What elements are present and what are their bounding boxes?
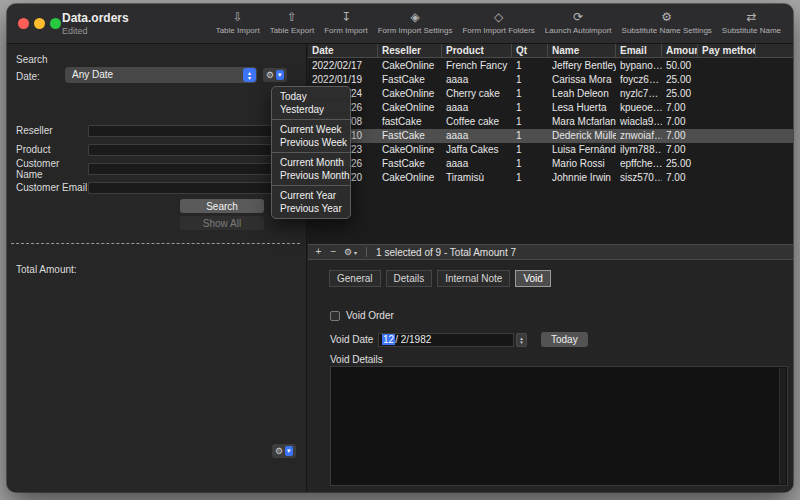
records-options-button[interactable]: ⚙ [344,247,352,257]
toolbar-item-label: Form Import [324,26,368,35]
table-cell: 50.00 [662,59,698,73]
table-row[interactable]: 2022/02/17CakeOnlineFrench Fancy1Jeffery… [308,59,793,73]
table-cell: 1 [512,87,548,101]
reseller-label: Reseller [16,125,88,136]
table-row[interactable]: 2022/01/24CakeOnlineCherry cake1Leah Del… [308,87,793,101]
date-options-button[interactable]: ⚙ ▾ [263,68,287,82]
show-all-button[interactable]: Show All [180,216,264,230]
column-header-reseller[interactable]: Reseller [378,44,442,57]
table-cell: 25.00 [662,87,698,101]
divider [366,247,367,257]
void-order-row: Void Order [330,310,394,321]
date-label: Date: [16,71,40,82]
toolbar-item-label: Form Import Settings [378,26,453,35]
minimize-button[interactable] [34,18,45,29]
table-row[interactable]: 2022/01/10FastCakeaaaa1Dederick Müllerzn… [308,129,793,143]
column-header-amount[interactable]: Amount [662,44,698,57]
table-cell: aaaa [442,73,512,87]
product-input[interactable] [88,144,293,156]
toolbar-item-table-import[interactable]: ⇩Table Import [216,10,260,35]
product-label: Product [16,144,88,155]
menu-item-today[interactable]: Today [272,90,350,103]
date-stepper[interactable]: ▴▾ [516,333,527,347]
customer-email-input[interactable] [88,182,293,194]
form-import-folders-icon: ◇ [494,10,503,24]
toolbar-item-label: Substitute Name [722,26,781,35]
void-date-input[interactable]: 12 / 2/1982 [378,333,514,347]
table-cell: 1 [512,73,548,87]
delete-record-button[interactable]: − [329,246,338,258]
zoom-button[interactable] [50,18,61,29]
table-cell: 7.00 [662,171,698,185]
tab-details[interactable]: Details [386,270,433,287]
menu-item-previous-week[interactable]: Previous Week [272,136,350,149]
toolbar-item-table-export[interactable]: ⇧Table Export [270,10,314,35]
today-button[interactable]: Today [541,332,588,347]
table-cell: CakeOnline [378,171,442,185]
app-window: Data.orders Edited ⇩Table Import⇧Table E… [7,4,793,492]
menu-item-previous-year[interactable]: Previous Year [272,202,350,215]
void-order-checkbox[interactable] [330,311,340,321]
table-row[interactable]: 2022/01/26CakeOnlineaaaa1Lesa Huertakpue… [308,101,793,115]
gear-icon: ⚙ [266,69,274,81]
menu-item-current-year[interactable]: Current Year [272,189,350,202]
date-select-value: Any Date [72,69,113,80]
toolbar-item-form-import-folders[interactable]: ◇Form Import Folders [462,10,534,35]
menu-item-previous-month[interactable]: Previous Month [272,169,350,182]
toolbar-item-form-import-settings[interactable]: ◈Form Import Settings [378,10,453,35]
table-row[interactable]: 2022/01/19FastCakeaaaa1Carissa Morafoycz… [308,73,793,87]
table-cell: nyzlc7… [616,87,662,101]
tab-internal-note[interactable]: Internal Note [437,270,510,287]
customer-name-label: Customer Name [16,158,88,180]
column-header-pay-method[interactable]: Pay method [698,44,756,57]
field-row-customer-name: Customer Name [16,162,293,175]
scrollbar[interactable] [779,368,786,484]
table-row[interactable]: 2022/01/08fastCakeCoffee cake1Mara Mcfar… [308,115,793,129]
table-cell: 25.00 [662,73,698,87]
table-cell: Cherry cake [442,87,512,101]
column-header-product[interactable]: Product [442,44,512,57]
menu-separator [272,152,350,153]
toolbar-item-launch-autoimport[interactable]: ⟳Launch Autoimport [545,10,612,35]
table-cell: Johnnie Irwin [548,171,616,185]
table-cell: 1 [512,171,548,185]
table-cell: Jeffery Bentley [548,59,616,73]
column-header-qt[interactable]: Qt [512,44,548,57]
table-row[interactable]: 2022/01/20CakeOnlineTiramisù1Johnnie Irw… [308,171,793,185]
toolbar-item-label: Table Import [216,26,260,35]
void-details-textarea[interactable] [330,366,788,486]
close-button[interactable] [18,18,29,29]
chevron-down-icon: ▾ [285,446,293,456]
menu-item-current-week[interactable]: Current Week [272,123,350,136]
toolbar-item-substitute-name-settings[interactable]: ⚙Substitute Name Settings [622,10,712,35]
title-wrap: Data.orders Edited [62,11,129,36]
date-select[interactable]: Any Date ▴▾ [65,67,257,83]
menu-item-yesterday[interactable]: Yesterday [272,103,350,116]
table-cell: Mara Mcfarland [548,115,616,129]
column-header-filler [756,44,793,57]
field-row-customer-email: Customer Email [16,181,293,194]
column-header-email[interactable]: Email [616,44,662,57]
tab-general[interactable]: General [329,270,381,287]
add-record-button[interactable]: + [314,246,323,258]
toolbar-item-form-import[interactable]: ↧Form Import [324,10,368,35]
table-row[interactable]: 2022/01/26FastCakeaaaa1Mario Rossiepffch… [308,157,793,171]
column-header-date[interactable]: Date [308,44,378,57]
tab-void[interactable]: Void [515,270,550,287]
customer-name-input[interactable] [88,163,293,175]
gear-icon: ⚙ [275,445,283,457]
table-header: DateResellerProductQtNameEmailAmountPay … [308,44,793,58]
table-cell: aaaa [442,129,512,143]
table-cell: Lesa Huerta [548,101,616,115]
table-cell: 1 [512,115,548,129]
toolbar-item-substitute-name[interactable]: ⇄Substitute Name [722,10,781,35]
column-header-name[interactable]: Name [548,44,616,57]
search-button[interactable]: Search [180,199,264,213]
window-title: Data.orders [62,11,129,25]
reseller-input[interactable] [88,125,293,137]
table-row[interactable]: 2022/01/23CakeOnlineJaffa Cakes1Luisa Fe… [308,143,793,157]
panel-options-button[interactable]: ⚙ ▾ [272,444,296,458]
menu-item-current-month[interactable]: Current Month [272,156,350,169]
table-cell [698,101,756,115]
table-cell: Mario Rossi [548,157,616,171]
